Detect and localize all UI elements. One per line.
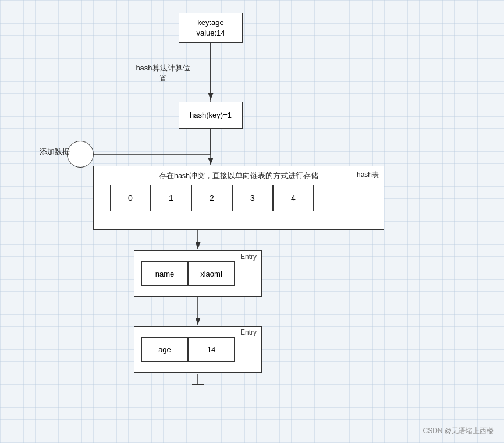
entry1-cells: name xiaomi — [141, 261, 261, 286]
add-data-label: 添加数据 — [40, 147, 70, 157]
hash-table-label: hash表 — [357, 170, 379, 180]
hash-cell-3: 3 — [232, 185, 273, 211]
watermark: CSDN @无语堵上西楼 — [423, 426, 494, 436]
key-value-text: key:agevalue:14 — [196, 17, 225, 38]
hash-cell-0: 0 — [110, 185, 151, 211]
conflict-label: 存在hash冲突，直接以单向链表的方式进行存储 — [101, 171, 377, 181]
hash-cell-4: 4 — [273, 185, 314, 211]
diagram-canvas: 添加数据 key:agevalue:14 hash算法计算位置 hash(key… — [0, 0, 504, 443]
hash-table-container: 存在hash冲突，直接以单向链表的方式进行存储 hash表 0 1 2 3 4 — [93, 166, 384, 230]
entry2-key: age — [141, 337, 188, 362]
entry1-box: Entry name xiaomi — [134, 250, 262, 297]
entry2-label: Entry — [240, 328, 257, 336]
key-value-box: key:agevalue:14 — [179, 13, 243, 43]
entry2-value: 14 — [188, 337, 235, 362]
entry2-box: Entry age 14 — [134, 326, 262, 373]
hash-cell-1: 1 — [151, 185, 191, 211]
hash-box: hash(key)=1 — [179, 102, 243, 129]
entry1-key: name — [141, 261, 188, 286]
hash-cells: 0 1 2 3 4 — [110, 185, 377, 211]
start-circle — [67, 141, 94, 168]
entry1-label: Entry — [240, 253, 257, 261]
hash-algo-label: hash算法计算位置 — [125, 63, 201, 84]
hash-cell-2: 2 — [191, 185, 232, 211]
entry2-cells: age 14 — [141, 337, 261, 362]
hash-text: hash(key)=1 — [190, 110, 232, 121]
entry1-value: xiaomi — [188, 261, 235, 286]
